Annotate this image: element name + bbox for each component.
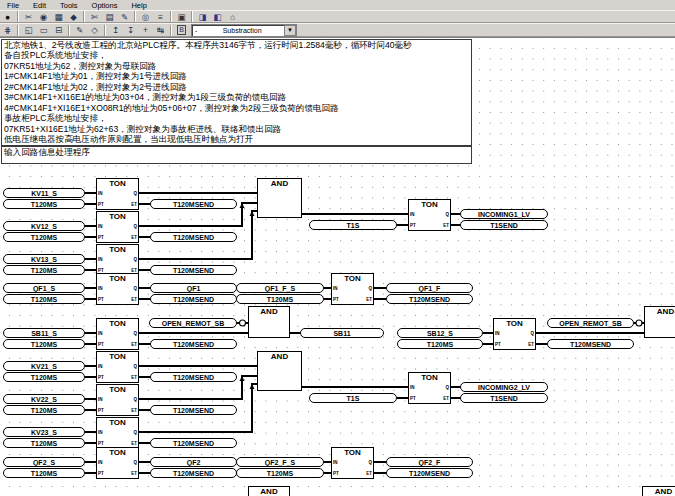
tag-kv23_s[interactable]: KV23_S [3, 427, 85, 437]
tag-qf2_f_s[interactable]: QF2_F_S [236, 457, 324, 467]
ton-block[interactable]: TONINPTQET [331, 447, 374, 479]
ton-block[interactable]: TONINPTQET [96, 351, 139, 383]
tag-t120msend[interactable]: T120MSEND [150, 468, 237, 478]
ton-block[interactable]: TONINPTQET [331, 273, 374, 305]
tag-qf1_f[interactable]: QF1_F [386, 283, 473, 293]
pin-label-q: Q [133, 191, 137, 196]
tag-t120msend[interactable]: T120MSEND [150, 405, 237, 415]
pin-label-in: IN [495, 331, 500, 336]
tag-t120msend[interactable]: T120MSEND [150, 372, 237, 382]
section-title-comment[interactable]: 输入回路信息处理程序 [1, 146, 472, 164]
block-label: AND [258, 179, 301, 188]
tag-open_remot_sb[interactable]: OPEN_REMOT_SB [547, 318, 634, 328]
tag-t120msend[interactable]: T120MSEND [150, 339, 237, 349]
pin-label-q: Q [133, 364, 137, 369]
tag-incoming1_lv[interactable]: INCOMING1_LV [460, 209, 548, 219]
tag-t1send[interactable]: T1SEND [460, 220, 548, 230]
tag-t120msend[interactable]: T120MSEND [150, 265, 237, 275]
ton-block[interactable]: TONINPTQET [96, 178, 139, 210]
pin-label-pt: PT [98, 202, 104, 207]
tag-t120ms[interactable]: T120MS [397, 339, 483, 349]
tag-qf1[interactable]: QF1 [150, 283, 237, 293]
tag-open_remot_sb[interactable]: OPEN_REMOT_SB [149, 318, 237, 328]
tag-t1s[interactable]: T1S [309, 393, 397, 403]
tag-t120ms[interactable]: T120MS [3, 294, 85, 304]
and-block[interactable]: AND [644, 306, 675, 338]
pin-label-q: Q [368, 460, 372, 465]
comment-line: 07KR51地址为62，测控对象为母联回路 [2, 61, 471, 71]
tag-t1send[interactable]: T1SEND [460, 393, 548, 403]
tag-qf1_f_s[interactable]: QF1_F_S [236, 283, 324, 293]
wire-arrow-icon [240, 376, 245, 381]
tag-kv21_s[interactable]: KV21_S [3, 361, 85, 371]
tag-qf1_s[interactable]: QF1_S [3, 283, 85, 293]
tag-qf2_f[interactable]: QF2_F [386, 457, 473, 467]
tag-t120msend[interactable]: T120MSEND [547, 339, 634, 349]
wire-arrow-icon [240, 203, 245, 208]
tag-t120ms[interactable]: T120MS [3, 372, 85, 382]
tag-t120ms[interactable]: T120MS [236, 468, 324, 478]
tag-t120ms[interactable]: T120MS [3, 232, 85, 242]
tag-t120msend[interactable]: T120MSEND [150, 199, 237, 209]
tag-t120msend[interactable]: T120MSEND [150, 232, 237, 242]
tag-t120ms[interactable]: T120MS [3, 468, 85, 478]
block-label: TON [332, 448, 373, 457]
comment-line: 2#CMK14F1地址为02，测控对象为2号进线回路 [2, 82, 471, 92]
tag-t120ms[interactable]: T120MS [3, 199, 85, 209]
tag-incoming2_lv[interactable]: INCOMING2_LV [460, 382, 548, 392]
and-block[interactable]: AND [257, 178, 302, 218]
ton-block[interactable]: TONINPTQET [408, 199, 451, 231]
tag-t1s[interactable]: T1S [309, 220, 397, 230]
tag-kv12_s[interactable]: KV12_S [3, 221, 85, 231]
ton-block[interactable]: TONINPTQET [96, 318, 139, 350]
pin-label-in: IN [410, 385, 415, 390]
pin-label-in: IN [98, 224, 103, 229]
pin-label-q: Q [133, 286, 137, 291]
ton-block[interactable]: TONINPTQET [408, 372, 451, 404]
tag-sb11_s[interactable]: SB11_S [3, 328, 85, 338]
ton-block[interactable]: TONINPTQET [96, 211, 139, 243]
tag-qf2[interactable]: QF2 [150, 457, 237, 467]
pin-label-q: Q [530, 331, 534, 336]
comment-line: 4#CMK14F1+XI16E1+XO08R1的地址为05+06+07，测控对象… [2, 103, 471, 113]
and-block[interactable]: AND [248, 306, 290, 338]
and-block[interactable]: AND [248, 486, 290, 496]
comment-line: 3#CMK14F1+XI16E1的地址为03+04，测控对象为1段三级负荷的馈电… [2, 92, 471, 102]
block-label: AND [249, 487, 289, 496]
pin-label-pt: PT [98, 375, 104, 380]
block-label: TON [97, 448, 138, 457]
pin-label-et: ET [131, 408, 137, 413]
block-label: TON [97, 212, 138, 221]
tag-t120msend[interactable]: T120MSEND [386, 468, 473, 478]
tag-t120msend[interactable]: T120MSEND [150, 294, 237, 304]
tag-t120msend[interactable]: T120MSEND [386, 294, 473, 304]
ton-block[interactable]: TONINPTQET [96, 417, 139, 449]
tag-t120ms[interactable]: T120MS [3, 265, 85, 275]
block-label: TON [97, 385, 138, 394]
negation-circle-icon [636, 320, 642, 326]
tag-kv13_s[interactable]: KV13_S [3, 254, 85, 264]
ton-block[interactable]: TONINPTQET [96, 384, 139, 416]
ton-block[interactable]: TONINPTQET [96, 447, 139, 479]
ton-block[interactable]: TONINPTQET [96, 244, 139, 276]
tag-kv22_s[interactable]: KV22_S [3, 394, 85, 404]
pin-label-in: IN [98, 331, 103, 336]
tag-sb12_s[interactable]: SB12_S [397, 328, 483, 338]
tag-t120msend[interactable]: T120MSEND [150, 438, 237, 448]
and-block[interactable]: AND [257, 351, 302, 391]
ton-block[interactable]: TONINPTQET [96, 273, 139, 305]
block-label: TON [97, 274, 138, 283]
tag-t120ms[interactable]: T120MS [3, 339, 85, 349]
pin-label-in: IN [333, 460, 338, 465]
tag-sb11[interactable]: SB11 [300, 328, 384, 338]
tag-t120ms[interactable]: T120MS [3, 438, 85, 448]
tag-qf2_s[interactable]: QF2_S [3, 457, 85, 467]
and-block[interactable]: AND [642, 486, 675, 496]
comment-line: 输入回路信息处理程序 [2, 147, 471, 157]
tag-t120ms[interactable]: T120MS [236, 294, 324, 304]
tag-kv11_s[interactable]: KV11_S [3, 188, 85, 198]
pin-label-pt: PT [98, 471, 104, 476]
ton-block[interactable]: TONINPTQET [493, 318, 536, 350]
tag-t120ms[interactable]: T120MS [3, 405, 85, 415]
program-header-comment[interactable]: 北京地铁1、2号线改造工程的北京站PLC程序。本程序共3146字节，运行时间1.… [1, 39, 472, 146]
